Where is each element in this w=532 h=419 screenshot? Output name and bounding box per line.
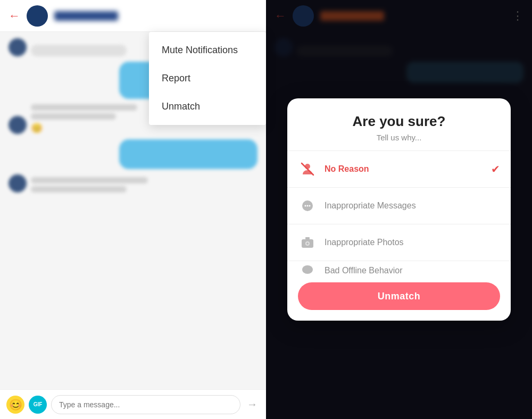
inappropriate-photos-label: Inappropriate Photos — [325, 238, 500, 247]
modal-overlay: Are you sure? Tell us why... No Reason — [266, 0, 532, 419]
svg-point-10 — [302, 265, 313, 274]
menu-item-unmatch[interactable]: Unmatch — [149, 93, 266, 121]
svg-rect-7 — [305, 237, 310, 239]
emoji-button[interactable]: 😊 — [6, 396, 24, 414]
modal-subtitle: Tell us why... — [300, 133, 498, 142]
dropdown-menu: Mute Notifications Report Unmatch — [149, 32, 266, 125]
avatar — [9, 174, 27, 192]
back-button[interactable]: ← — [9, 9, 20, 23]
unmatch-button[interactable]: Unmatch — [298, 282, 500, 310]
left-header: ← — [0, 0, 266, 32]
menu-item-report[interactable]: Report — [149, 64, 266, 93]
table-row — [9, 139, 257, 169]
inappropriate-messages-label: Inappropriate Messages — [325, 201, 500, 211]
gif-button[interactable]: GIF — [29, 396, 47, 414]
option-no-reason[interactable]: No Reason ✔ — [287, 151, 511, 188]
bad-offline-label: Bad Offline Behavior — [325, 266, 500, 275]
message-input[interactable] — [51, 395, 240, 414]
message-icon — [298, 196, 317, 215]
modal-options: No Reason ✔ Inappropriate Mes — [287, 150, 511, 276]
modal-title: Are you sure? — [300, 113, 498, 130]
left-panel: ← Mute Notifications Report Unmatch 🌟 — [0, 0, 266, 419]
offline-icon — [298, 261, 317, 276]
svg-point-5 — [309, 205, 311, 207]
unmatch-modal: Are you sure? Tell us why... No Reason — [287, 98, 511, 321]
modal-header: Are you sure? Tell us why... — [287, 98, 511, 150]
avatar — [9, 116, 27, 134]
no-reason-label: No Reason — [325, 164, 484, 174]
avatar — [27, 5, 48, 27]
option-inappropriate-photos[interactable]: Inappropriate Photos — [287, 224, 511, 261]
table-row — [9, 174, 257, 192]
option-inappropriate-messages[interactable]: Inappropriate Messages — [287, 188, 511, 224]
camera-icon — [298, 233, 317, 252]
avatar — [9, 38, 27, 56]
modal-footer: Unmatch — [287, 276, 511, 321]
svg-point-3 — [305, 205, 306, 207]
selected-check-icon: ✔ — [491, 163, 500, 175]
option-bad-offline[interactable]: Bad Offline Behavior — [287, 261, 511, 276]
no-reason-icon — [298, 160, 317, 179]
svg-point-9 — [306, 242, 309, 245]
chat-footer: 😊 GIF → — [0, 389, 266, 419]
send-button[interactable]: → — [245, 398, 260, 410]
contact-name-blur — [54, 11, 118, 21]
right-panel: ← ⋮ Are you sure? Tell us why... — [266, 0, 532, 419]
menu-item-mute[interactable]: Mute Notifications — [149, 36, 266, 64]
svg-point-4 — [307, 205, 309, 207]
